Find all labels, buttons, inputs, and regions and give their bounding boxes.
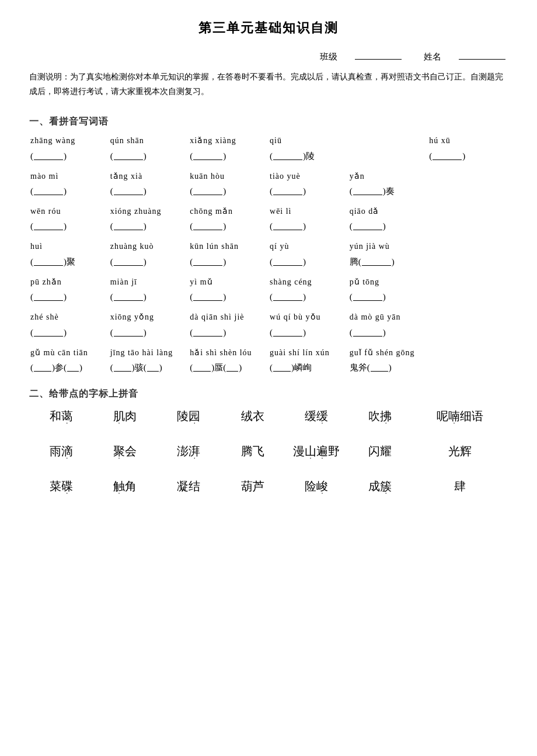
char-cell: 雨滴	[29, 442, 93, 460]
blank-row-2: () () () () ()奏	[29, 184, 508, 198]
blank-cell: ()	[189, 219, 268, 233]
blank-cell: ()嶙峋	[268, 360, 348, 374]
char-cell: 凝结	[157, 477, 221, 495]
pinyin-cell: zhé shè	[29, 311, 109, 324]
char-cell: 肌肉	[93, 407, 156, 425]
blank-cell: ()	[189, 184, 268, 198]
section2-char-grid: 和蔼 肌肉 陵园 绒衣 缓缓 吹拂 呢喃细语 雨滴 聚会 澎湃	[29, 407, 508, 495]
pinyin-cell	[428, 346, 508, 359]
blank-cell	[428, 184, 508, 198]
pinyin-cell: mào mì	[29, 170, 109, 183]
char-cell: 和蔼	[29, 407, 93, 425]
pinyin-cell: huì	[29, 240, 109, 253]
char-cell: 呢喃细语	[412, 407, 508, 425]
blank-cell	[428, 325, 508, 339]
name-label: 姓名	[424, 50, 441, 64]
blank-cell	[348, 149, 428, 163]
blank-cell: ()	[109, 184, 189, 198]
pinyin-row-2: mào mì tǎng xià kuān hòu tiào yuè yǎn	[29, 170, 508, 183]
blank-cell: ()聚	[29, 255, 109, 269]
blank-cell: ()	[29, 149, 109, 163]
pinyin-cell: chōng mǎn	[189, 205, 268, 218]
blank-row-1: () () () ()陵 ()	[29, 149, 508, 163]
blank-cell: 鬼斧()	[348, 360, 428, 374]
char-cell: 险峻	[284, 477, 348, 495]
blank-cell: ()蜃()	[189, 360, 268, 374]
blank-cell	[428, 360, 508, 374]
pinyin-cell: qún shān	[109, 134, 189, 147]
blank-row-7: ()参() ()骇() ()蜃() ()嶙峋 鬼斧()	[29, 360, 508, 374]
blank-cell: ()	[29, 325, 109, 339]
blank-cell: ()	[268, 184, 348, 198]
page-title: 第三单元基础知识自测	[29, 18, 508, 38]
blank-cell: ()	[428, 149, 508, 163]
pinyin-cell: hǎi shì shèn lóu	[189, 346, 268, 359]
pinyin-cell: yì mǔ	[189, 276, 268, 289]
pinyin-cell: yún jià wù	[348, 240, 428, 253]
pinyin-cell: zhāng wàng	[29, 134, 109, 147]
pinyin-cell	[428, 240, 508, 253]
blank-row-6: () () () () ()	[29, 325, 508, 339]
blank-row-3: () () () () ()	[29, 219, 508, 233]
char-cell: 葫芦	[221, 477, 284, 495]
pinyin-row-1: zhāng wàng qún shān xiǎng xiàng qiū hú x…	[29, 134, 508, 147]
pinyin-cell: dà qiān shì jiè	[189, 311, 268, 324]
pinyin-cell: tǎng xià	[109, 170, 189, 183]
pinyin-cell: wú qí bù yǒu	[268, 311, 348, 324]
blank-cell: ()骇()	[109, 360, 189, 374]
blank-cell	[428, 219, 508, 233]
blank-row-5: () () () () ()	[29, 290, 508, 304]
pinyin-cell: jīng tāo hài làng	[109, 346, 189, 359]
blank-cell: ()	[348, 219, 428, 233]
blank-cell: ()	[109, 149, 189, 163]
pinyin-cell: wēn róu	[29, 205, 109, 218]
pinyin-cell: pǔ tōng	[348, 276, 428, 289]
char-cell: 菜碟	[29, 477, 93, 495]
char-cell: 缓缓	[284, 407, 348, 425]
blank-cell: ()陵	[268, 149, 348, 163]
pinyin-cell: shàng céng	[268, 276, 348, 289]
pinyin-cell: kūn lún shān	[189, 240, 268, 253]
section2-title: 二、给带点的字标上拼音	[29, 386, 508, 401]
char-cell: 触角	[93, 477, 156, 495]
blank-cell: ()参()	[29, 360, 109, 374]
pinyin-cell: xiǎng xiàng	[189, 134, 268, 147]
blank-cell: ()	[29, 184, 109, 198]
blank-cell: ()	[29, 290, 109, 304]
pinyin-row-5: pū zhǎn miàn jī yì mǔ shàng céng pǔ tōng	[29, 276, 508, 289]
pinyin-cell: tiào yuè	[268, 170, 348, 183]
char-row-2: 雨滴 聚会 澎湃 腾飞 漫山遍野 闪耀 光辉	[29, 442, 508, 460]
pinyin-cell: qiāo dǎ	[348, 205, 428, 218]
section1-title: 一、看拼音写词语	[29, 114, 508, 129]
blank-cell	[428, 290, 508, 304]
pinyin-cell	[428, 205, 508, 218]
char-cell: 成簇	[348, 477, 412, 495]
blank-row-4: ()聚 () () () 腾()	[29, 255, 508, 269]
char-cell: 漫山遍野	[284, 442, 348, 460]
char-row-3: 菜碟 触角 凝结 葫芦 险峻 成簇 肆	[29, 477, 508, 495]
blank-cell: ()	[348, 290, 428, 304]
pinyin-row-3: wēn róu xióng zhuàng chōng mǎn wēi lì qi…	[29, 205, 508, 218]
blank-cell: ()	[189, 255, 268, 269]
pinyin-cell: xióng zhuàng	[109, 205, 189, 218]
pinyin-cell: qí yù	[268, 240, 348, 253]
blank-cell: ()	[109, 325, 189, 339]
blank-cell	[428, 255, 508, 269]
blank-cell: ()	[29, 219, 109, 233]
pinyin-cell: hú xū	[428, 134, 508, 147]
pinyin-cell: guài shí lín xún	[268, 346, 348, 359]
pinyin-cell: kuān hòu	[189, 170, 268, 183]
pinyin-section: zhāng wàng qún shān xiǎng xiàng qiū hú x…	[29, 134, 508, 374]
blank-cell: ()	[268, 325, 348, 339]
pinyin-cell: guǐ fǔ shén gōng	[348, 346, 428, 359]
blank-cell: ()	[348, 325, 428, 339]
blank-cell: ()	[189, 290, 268, 304]
pinyin-cell: pū zhǎn	[29, 276, 109, 289]
pinyin-cell: gǔ mù cān tiān	[29, 346, 109, 359]
blank-cell: ()	[109, 219, 189, 233]
blank-cell: 腾()	[348, 255, 428, 269]
char-cell: 腾飞	[221, 442, 284, 460]
pinyin-cell	[428, 276, 508, 289]
char-cell: 聚会	[93, 442, 156, 460]
char-cell: 光辉	[412, 442, 508, 460]
